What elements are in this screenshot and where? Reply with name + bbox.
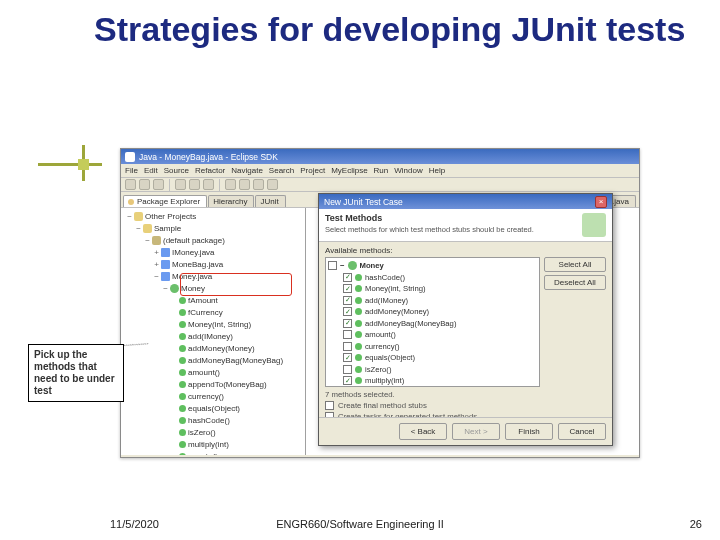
tree-row[interactable]: −(default package) [125, 234, 305, 246]
checkbox-icon[interactable] [343, 342, 352, 351]
toolbar-button[interactable] [225, 179, 236, 190]
menu-item[interactable]: Edit [144, 166, 158, 175]
checkbox-icon[interactable]: ✓ [343, 307, 352, 316]
app-icon [125, 152, 135, 162]
checkbox-icon[interactable]: ✓ [343, 376, 352, 385]
tree-row[interactable]: Money(int, String) [125, 318, 305, 330]
method-row[interactable]: ✓multiply(int) [328, 375, 537, 387]
checkbox-icon[interactable] [343, 365, 352, 374]
cancel-button[interactable]: Cancel [558, 423, 606, 440]
mth-icon [179, 321, 186, 328]
tree-row[interactable]: −Sample [125, 222, 305, 234]
menubar: File Edit Source Refactor Navigate Searc… [121, 164, 639, 178]
toolbar-button[interactable] [175, 179, 186, 190]
select-all-button[interactable]: Select All [544, 257, 606, 272]
mth-icon [179, 333, 186, 340]
menu-item[interactable]: Navigate [231, 166, 263, 175]
menu-item[interactable]: Project [300, 166, 325, 175]
method-label: addMoneyBag(MoneyBag) [365, 319, 456, 328]
cls-icon [170, 284, 179, 293]
opt-final-stubs[interactable]: Create final method stubs [325, 401, 606, 410]
tree-label: amount() [188, 368, 220, 377]
tree-row[interactable]: fCurrency [125, 306, 305, 318]
method-label: addMoney(Money) [365, 307, 429, 316]
tab-junit[interactable]: JUnit [255, 195, 285, 207]
checkbox-icon[interactable]: ✓ [343, 273, 352, 282]
tree-row[interactable]: −Money.java [125, 270, 305, 282]
checkbox-icon[interactable]: ✓ [343, 353, 352, 362]
toolbar-button[interactable] [253, 179, 264, 190]
method-icon [355, 308, 362, 315]
method-row[interactable]: ✓hashCode() [328, 272, 537, 284]
method-icon [355, 297, 362, 304]
checkbox-icon[interactable]: ✓ [343, 319, 352, 328]
methods-tree[interactable]: −Money✓hashCode()✓Money(int, String)✓add… [325, 257, 540, 387]
tree-row[interactable]: −Money [125, 282, 305, 294]
tree-row[interactable]: multiply(int) [125, 438, 305, 450]
close-icon[interactable]: × [595, 196, 607, 208]
method-row[interactable]: amount() [328, 329, 537, 341]
menu-item[interactable]: MyEclipse [331, 166, 367, 175]
tree-row[interactable]: appendTo(MoneyBag) [125, 378, 305, 390]
tree-row[interactable]: fAmount [125, 294, 305, 306]
back-button[interactable]: < Back [399, 423, 447, 440]
method-icon [355, 320, 362, 327]
separator [219, 179, 220, 191]
menu-item[interactable]: Source [164, 166, 189, 175]
finish-button[interactable]: Finish [505, 423, 553, 440]
checkbox-icon[interactable] [325, 401, 334, 410]
method-row[interactable]: currency() [328, 341, 537, 353]
toolbar-button[interactable] [239, 179, 250, 190]
checkbox-icon[interactable]: ✓ [343, 284, 352, 293]
tree-row[interactable]: isZero() [125, 426, 305, 438]
toolbar-button[interactable] [125, 179, 136, 190]
method-row[interactable]: ✓Money(int, String) [328, 283, 537, 295]
toolbar-button[interactable] [189, 179, 200, 190]
method-row[interactable]: isZero() [328, 364, 537, 376]
tree-row[interactable]: −Other Projects [125, 210, 305, 222]
menu-item[interactable]: Refactor [195, 166, 225, 175]
method-row[interactable]: ✓add(IMoney) [328, 295, 537, 307]
tree-row[interactable]: hashCode() [125, 414, 305, 426]
menu-item[interactable]: Search [269, 166, 294, 175]
menu-item[interactable]: Help [429, 166, 445, 175]
pkg-icon [152, 236, 161, 245]
tree-label: (default package) [163, 236, 225, 245]
tree-row[interactable]: currency() [125, 390, 305, 402]
toolbar-button[interactable] [267, 179, 278, 190]
methods-root[interactable]: −Money [328, 260, 537, 272]
tree-row[interactable]: equals(Object) [125, 402, 305, 414]
method-row[interactable]: ✓addMoney(Money) [328, 306, 537, 318]
method-row[interactable]: negate() [328, 387, 537, 388]
checkbox-icon[interactable]: ✓ [343, 296, 352, 305]
toolbar-button[interactable] [203, 179, 214, 190]
menu-item[interactable]: File [125, 166, 138, 175]
mth-icon [179, 297, 186, 304]
tree-row[interactable]: addMoney(Money) [125, 342, 305, 354]
tree-row[interactable]: addMoneyBag(MoneyBag) [125, 354, 305, 366]
tree-row[interactable]: amount() [125, 366, 305, 378]
next-button[interactable]: Next > [452, 423, 500, 440]
slide-title: Strategies for developing JUnit tests [94, 10, 685, 48]
tree-row[interactable]: +IMoney.java [125, 246, 305, 258]
tab-package-explorer[interactable]: Package Explorer [123, 195, 207, 207]
menu-item[interactable]: Run [374, 166, 389, 175]
tree-row[interactable]: negate() [125, 450, 305, 455]
tree-row[interactable]: +MoneBag.java [125, 258, 305, 270]
tree-label: Other Projects [145, 212, 196, 221]
toolbar-button[interactable] [153, 179, 164, 190]
method-icon [355, 343, 362, 350]
menu-item[interactable]: Window [394, 166, 422, 175]
method-row[interactable]: ✓addMoneyBag(MoneyBag) [328, 318, 537, 330]
tab-hierarchy[interactable]: Hierarchy [208, 195, 254, 207]
tree-row[interactable]: add(IMoney) [125, 330, 305, 342]
package-explorer[interactable]: −Other Projects−Sample−(default package)… [121, 208, 306, 455]
toolbar-button[interactable] [139, 179, 150, 190]
tree-label: add(IMoney) [188, 332, 233, 341]
checkbox-icon[interactable] [328, 261, 337, 270]
tree-label: currency() [188, 392, 224, 401]
deselect-all-button[interactable]: Deselect All [544, 275, 606, 290]
method-row[interactable]: ✓equals(Object) [328, 352, 537, 364]
checkbox-icon[interactable] [343, 330, 352, 339]
class-label: Money [360, 261, 384, 270]
